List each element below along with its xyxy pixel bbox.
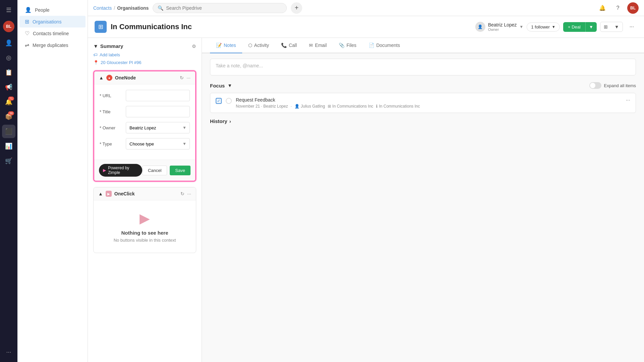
- focus-header: Focus ▼ Expand all items: [210, 82, 636, 89]
- nav-icon-campaigns[interactable]: 📢: [2, 80, 15, 94]
- task-more-button[interactable]: ···: [626, 97, 630, 103]
- task-checkbox[interactable]: ✓: [216, 98, 222, 104]
- title-input[interactable]: [126, 106, 190, 117]
- nav-icon-activities[interactable]: 📋: [2, 66, 15, 79]
- tabs: 📝 Notes ⬡ Activity 📞 Call ✉ Email 📎: [202, 38, 644, 53]
- onenode-refresh-icon[interactable]: ↻: [180, 75, 184, 80]
- type-label: * Type: [100, 141, 123, 146]
- task-item: ✓ Request Feedback November 21 · Beatriz…: [210, 93, 636, 113]
- grid-view-button[interactable]: ⊞: [600, 22, 611, 32]
- sidebar-item-contacts-timeline[interactable]: ♡ Contacts timeline: [19, 27, 86, 39]
- oneclick-empty-subtitle: No buttons visible in this context: [114, 238, 176, 243]
- sidebar-item-contacts-timeline-label: Contacts timeline: [33, 31, 69, 36]
- nav-icon-reports[interactable]: 📊: [2, 139, 15, 153]
- focus-chevron-icon[interactable]: ▼: [227, 83, 232, 88]
- sidebar-item-people[interactable]: 👤 People: [19, 4, 86, 16]
- tab-call[interactable]: 📞 Call: [275, 38, 303, 53]
- view-dropdown-button[interactable]: ▼: [611, 22, 623, 32]
- help-icon[interactable]: ?: [612, 2, 624, 14]
- main-content: Contacts / Organisations 🔍 + 🔔 ? BL ⊞ In…: [88, 0, 644, 362]
- deal-button-label: + Deal: [563, 22, 585, 32]
- powered-by-zimple[interactable]: ▶ Powered by Zimple: [99, 164, 142, 177]
- oneclick-more-icon[interactable]: ···: [187, 191, 191, 196]
- sidebar-item-merge-duplicates[interactable]: ⇌ Merge duplicates: [19, 39, 86, 51]
- call-tab-icon: 📞: [281, 43, 287, 48]
- tab-email[interactable]: ✉ Email: [303, 38, 333, 53]
- tab-notes[interactable]: 📝 Notes: [210, 38, 242, 53]
- notifications-icon[interactable]: 🔔: [596, 2, 608, 14]
- user-avatar[interactable]: BL: [3, 21, 14, 32]
- deal-button[interactable]: + Deal ▼: [563, 22, 597, 32]
- search-bar[interactable]: 🔍: [153, 3, 287, 13]
- oneclick-icon: ▶: [106, 191, 112, 197]
- onenode-collapse-icon[interactable]: ▲: [99, 75, 104, 80]
- summary-gear-icon[interactable]: ⚙: [192, 44, 196, 49]
- collapse-icon[interactable]: ▼: [93, 43, 98, 49]
- breadcrumb-parent[interactable]: Contacts: [93, 5, 112, 11]
- nav-icon-leads[interactable]: 🔔71: [2, 95, 15, 109]
- tab-documents[interactable]: 📄 Documents: [363, 38, 406, 53]
- oneclick-widget-actions: ↻ ···: [180, 191, 191, 196]
- tab-activity[interactable]: ⬡ Activity: [242, 38, 275, 53]
- title-label: * Title: [100, 109, 123, 114]
- breadcrumb-separator: /: [114, 5, 115, 11]
- entity-more-button[interactable]: ···: [626, 22, 637, 32]
- owner-label: * Owner: [100, 125, 123, 130]
- onenode-widget-actions: ↻ ···: [180, 75, 191, 80]
- nav-icon-marketplace[interactable]: 🛒: [2, 154, 15, 168]
- oneclick-collapse-icon[interactable]: ▲: [98, 191, 103, 196]
- task-meta: November 21 · Beatriz Lopez · 👤 Julius G…: [236, 104, 622, 109]
- documents-tab-icon: 📄: [369, 43, 374, 48]
- expand-all-toggle[interactable]: [589, 82, 601, 89]
- hamburger-icon[interactable]: ☰: [2, 3, 15, 17]
- follower-dropdown-icon: ▼: [552, 25, 555, 29]
- cancel-button[interactable]: Cancel: [142, 166, 167, 175]
- onenode-widget-header: ▲ ● OneNode ↻ ···: [94, 71, 195, 84]
- onenode-more-icon[interactable]: ···: [186, 75, 191, 80]
- owner-info[interactable]: 👤 Beatriz Lopez Owner ▼: [475, 22, 524, 32]
- type-select[interactable]: Choose type: [126, 138, 190, 149]
- task-person: 👤 Julius Gatling: [294, 104, 325, 109]
- task-title: Request Feedback: [236, 97, 622, 103]
- nav-icon-deals[interactable]: ◎: [2, 51, 15, 64]
- onenode-widget: ▲ ● OneNode ↻ ··· * URL: [93, 70, 196, 182]
- add-labels-link[interactable]: 🏷 Add labels: [93, 52, 196, 57]
- contacts-timeline-icon: ♡: [25, 30, 30, 37]
- form-buttons: Cancel Save: [142, 166, 191, 175]
- type-field-row: * Type Choose type ▼: [100, 138, 190, 149]
- task-status-icon: [226, 98, 232, 104]
- sidebar-item-organisations-label: Organisations: [33, 19, 61, 24]
- nav-icon-apps[interactable]: ⬛: [2, 125, 15, 138]
- add-button[interactable]: +: [291, 2, 302, 14]
- sidebar-item-organisations[interactable]: ⊞ Organisations: [19, 16, 86, 27]
- nav-icon-more[interactable]: ···: [2, 345, 15, 359]
- user-avatar-top[interactable]: BL: [627, 2, 639, 14]
- nav-icon-contacts[interactable]: 👤: [2, 36, 15, 50]
- search-input[interactable]: [166, 5, 282, 11]
- entity-icon: ⊞: [95, 21, 107, 33]
- entity-icon-symbol: ⊞: [98, 23, 103, 31]
- zimple-play-icon: ▶: [103, 168, 106, 173]
- oneclick-title: OneClick: [114, 191, 178, 196]
- onenode-title: OneNode: [115, 75, 177, 80]
- toggle-knob: [590, 83, 595, 88]
- history-section[interactable]: History ›: [210, 118, 636, 124]
- powered-by-label: Powered by Zimple: [108, 166, 138, 175]
- summary-header: ▼ Summary ⚙: [93, 43, 196, 49]
- address-link[interactable]: 📍 20 Gloucester Pl #96: [93, 60, 196, 65]
- task-org1: ⊞ In Communications Inc: [328, 104, 373, 109]
- sidebar: 👤 People ⊞ Organisations ♡ Contacts time…: [17, 0, 88, 362]
- expand-all-label: Expand all items: [604, 83, 636, 88]
- deal-button-arrow[interactable]: ▼: [585, 22, 597, 32]
- follower-button[interactable]: 1 follower ▼: [527, 22, 560, 32]
- url-input[interactable]: [126, 90, 190, 101]
- note-input-area[interactable]: Take a note, @name...: [210, 59, 636, 75]
- owner-select[interactable]: Beatriz Lopez: [126, 122, 190, 133]
- oneclick-refresh-icon[interactable]: ↻: [180, 191, 184, 196]
- people-icon: 👤: [25, 7, 32, 13]
- save-button[interactable]: Save: [170, 166, 191, 175]
- merge-icon: ⇌: [25, 42, 29, 48]
- nav-icon-products[interactable]: 📦38: [2, 110, 15, 123]
- owner-dropdown-icon: ▼: [520, 24, 524, 29]
- tab-files[interactable]: 📎 Files: [333, 38, 363, 53]
